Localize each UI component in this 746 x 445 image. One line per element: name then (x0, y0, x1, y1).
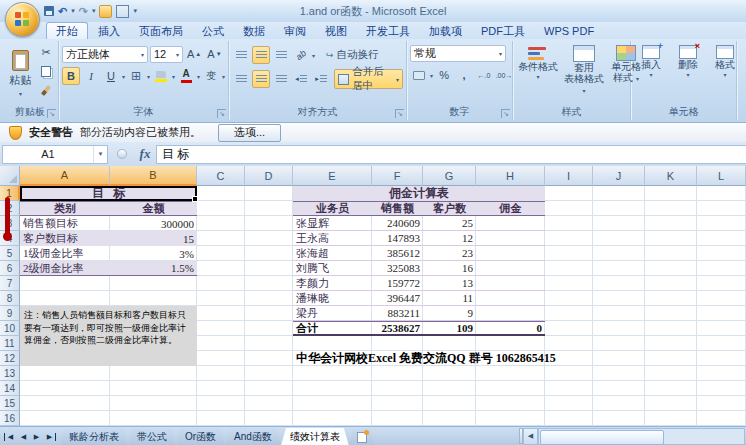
merge-center-button[interactable]: 合并后居中 ▾ (334, 69, 403, 89)
font-name-combo[interactable]: 方正姚体▾ (62, 46, 148, 63)
cell-E4[interactable]: 王永高 (293, 231, 372, 246)
ribbon-tab-视图[interactable]: 视图 (316, 23, 356, 39)
cell-G8[interactable]: 11 (423, 291, 476, 306)
ribbon-tab-审阅[interactable]: 审阅 (275, 23, 315, 39)
row-header-7[interactable]: 7 (0, 276, 20, 291)
increase-decimal-icon[interactable]: ←.0 (475, 66, 493, 84)
column-header-H[interactable]: H (476, 166, 545, 186)
column-header-B[interactable]: B (110, 166, 197, 186)
wrap-text-button[interactable]: ↪ 自动换行 (322, 45, 383, 65)
cell-F3[interactable]: 240609 (372, 216, 423, 231)
align-middle-icon[interactable] (252, 46, 270, 64)
cell-G10-total[interactable]: 109 (423, 321, 476, 336)
qat-customize-icon[interactable]: ▾ (133, 7, 137, 15)
cell-A1-title[interactable]: 目 标 (20, 186, 197, 201)
cell-A4[interactable]: 客户数目标 (20, 231, 110, 246)
percent-style-icon[interactable]: % (435, 66, 453, 84)
cut-icon[interactable]: ✂ (37, 43, 55, 61)
note-cell[interactable]: 注：销售人员销售额目标和客户数目标只要有一项达到，即可按照一级佣金比率计算佣金，… (20, 306, 197, 366)
select-all-corner[interactable] (0, 166, 20, 186)
number-dialog-launcher[interactable]: ↘ (501, 109, 510, 118)
cell-B3[interactable]: 300000 (110, 216, 197, 231)
row-header-9[interactable]: 9 (0, 306, 20, 321)
cell-E3[interactable]: 张显辉 (293, 216, 372, 231)
cell-B6[interactable]: 1.5% (110, 261, 197, 276)
scrollbar-thumb[interactable] (540, 430, 664, 445)
column-header-G[interactable]: G (423, 166, 476, 186)
sheet-tab-绩效计算表[interactable]: 绩效计算表 (281, 428, 349, 445)
align-center-icon[interactable] (252, 70, 270, 88)
row-header-10[interactable]: 10 (0, 321, 20, 336)
last-sheet-icon[interactable]: ▶ (44, 433, 56, 441)
row-header-11[interactable]: 11 (0, 336, 20, 351)
cell-B5[interactable]: 3% (110, 246, 197, 261)
new-icon[interactable] (99, 4, 112, 18)
row-header-15[interactable]: 15 (0, 396, 20, 411)
cell-H6[interactable] (476, 261, 545, 276)
shrink-font-icon[interactable]: A▼ (205, 45, 223, 63)
options-button[interactable]: 选项... (218, 124, 281, 142)
cell-A2-header[interactable]: 类别 (20, 201, 110, 216)
save-icon[interactable] (44, 4, 54, 18)
cell-E7[interactable]: 李颜力 (293, 276, 372, 291)
row-header-14[interactable]: 14 (0, 381, 20, 396)
prev-sheet-icon[interactable]: ◀ (18, 433, 29, 441)
cell-F4[interactable]: 147893 (372, 231, 423, 246)
align-bottom-icon[interactable] (272, 46, 290, 64)
format-cells-button[interactable]: 格式 ▾ (708, 43, 742, 106)
number-format-combo[interactable]: 常规▾ (410, 45, 506, 62)
row-header-3[interactable]: 3 (0, 216, 20, 231)
cell-F7[interactable]: 159772 (372, 276, 423, 291)
row-header-13[interactable]: 13 (0, 366, 20, 381)
row-header-6[interactable]: 6 (0, 261, 20, 276)
orientation-icon[interactable]: ab (292, 46, 310, 64)
ribbon-tab-数据[interactable]: 数据 (234, 23, 274, 39)
cell-E6[interactable]: 刘腾飞 (293, 261, 372, 276)
ribbon-tab-加载项[interactable]: 加载项 (420, 23, 471, 39)
column-header-L[interactable]: L (697, 166, 746, 186)
column-header-F[interactable]: F (372, 166, 423, 186)
formula-input[interactable]: 目 标 (156, 145, 746, 164)
format-painter-icon[interactable] (37, 81, 55, 99)
scroll-left-icon[interactable]: ◀ (523, 428, 538, 445)
sheet-tab-带公式[interactable]: 带公式 (128, 428, 176, 445)
phonetic-guide-icon[interactable]: 变 (202, 67, 220, 85)
ribbon-tab-开始[interactable]: 开始 (46, 22, 88, 39)
cell-F6[interactable]: 325083 (372, 261, 423, 276)
switch-window-icon[interactable] (116, 4, 129, 18)
banner-text[interactable]: 中华会计网校Excel 免费交流QQ 群号 1062865415 (293, 351, 593, 366)
redo-icon[interactable]: ↷ (79, 4, 88, 18)
borders-icon[interactable]: ⊞ (127, 67, 145, 85)
cell-H7[interactable] (476, 276, 545, 291)
cell-G6[interactable]: 16 (423, 261, 476, 276)
row-header-5[interactable]: 5 (0, 246, 20, 261)
cell-E8[interactable]: 潘琳晓 (293, 291, 372, 306)
cell-G2-header[interactable]: 客户数 (423, 201, 476, 216)
column-header-A[interactable]: A (20, 166, 110, 186)
column-header-J[interactable]: J (593, 166, 645, 186)
insert-worksheet-tab[interactable] (349, 428, 375, 445)
font-dialog-launcher[interactable]: ↘ (217, 109, 226, 118)
row-header-1[interactable]: 1 (0, 186, 20, 201)
ribbon-tab-PDF工具[interactable]: PDF工具 (472, 23, 534, 39)
insert-cells-button[interactable]: + 插入 ▾ (634, 43, 668, 106)
row-header-12[interactable]: 12 (0, 351, 20, 366)
undo-dropdown-icon[interactable]: ▾ (71, 7, 75, 15)
align-top-icon[interactable] (232, 46, 250, 64)
row-header-8[interactable]: 8 (0, 291, 20, 306)
column-header-K[interactable]: K (645, 166, 697, 186)
fill-color-icon[interactable] (152, 67, 170, 85)
cell-G4[interactable]: 12 (423, 231, 476, 246)
undo-icon[interactable]: ↶ (58, 4, 67, 18)
cell-H10-total[interactable]: 0 (476, 321, 545, 336)
column-header-C[interactable]: C (197, 166, 245, 186)
scrollbar-track[interactable] (538, 428, 745, 445)
cell-H5[interactable] (476, 246, 545, 261)
office-button[interactable] (5, 2, 40, 37)
cell-B2-header[interactable]: 金额 (110, 201, 197, 216)
clipboard-dialog-launcher[interactable]: ↘ (47, 109, 56, 118)
ribbon-tab-插入[interactable]: 插入 (89, 23, 129, 39)
column-header-I[interactable]: I (545, 166, 593, 186)
cell-E9[interactable]: 梁丹 (293, 306, 372, 321)
comma-style-icon[interactable]: , (455, 66, 473, 84)
